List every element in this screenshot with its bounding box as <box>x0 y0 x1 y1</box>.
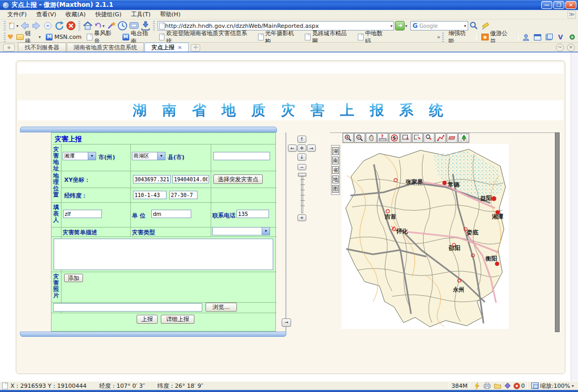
unit-input[interactable] <box>151 210 191 218</box>
map-zoom-in-button[interactable] <box>343 133 354 143</box>
pick-disaster-point-button[interactable]: 选择突发灾害点 <box>213 174 263 184</box>
zoom-slider-handle[interactable] <box>298 173 306 177</box>
page-title: 湖 南 省 地 质 灾 害 上 报 系 统 <box>133 101 449 120</box>
strip-char: 地 <box>332 176 339 183</box>
map-right-scroll-strip[interactable] <box>555 132 560 332</box>
browse-button[interactable]: 浏览... <box>205 303 237 312</box>
menu-groups[interactable]: 快捷组(G) <box>91 10 126 19</box>
tab-list-star-icon[interactable]: ★ <box>3 44 15 51</box>
printer-icon[interactable] <box>483 383 491 389</box>
map-eraser-button[interactable] <box>447 133 458 143</box>
search-input[interactable]: Google <box>419 23 463 29</box>
proxy-button[interactable] <box>521 32 532 43</box>
address-detail-input[interactable] <box>213 152 270 160</box>
new-tab-plus-button[interactable]: ✛ <box>191 44 200 51</box>
y-coordinate-input[interactable] <box>172 175 209 183</box>
close-tabs-button[interactable]: ✕ <box>567 44 575 51</box>
maximize-button[interactable]: ❐ <box>553 1 564 9</box>
county-select[interactable]: 雨湖区 ▾ <box>132 152 166 160</box>
map-pan-hand-button[interactable] <box>366 133 377 143</box>
city-select[interactable]: 湘潭 ▾ <box>63 152 96 160</box>
map-select-rectangle-button[interactable] <box>400 133 411 143</box>
map-layer-strip[interactable]: 湖 南 省 地 图 <box>331 145 340 195</box>
folder-icon[interactable] <box>494 383 501 389</box>
ad-filter-icon[interactable] <box>513 383 520 389</box>
longitude-input[interactable] <box>133 191 167 199</box>
map-draw-polyline-button[interactable] <box>435 133 446 143</box>
tab-close-icon[interactable]: ✕ <box>178 45 182 50</box>
city-label: 永州 <box>452 286 465 293</box>
refresh-icon <box>54 20 65 31</box>
description-textarea[interactable] <box>54 239 273 270</box>
minimize-button[interactable]: — <box>541 1 552 9</box>
bookmarks-overflow-chevron[interactable]: » <box>437 34 440 40</box>
boost-lightning-icon[interactable] <box>474 383 480 389</box>
address-dropdown-icon[interactable]: ▾ <box>390 24 393 28</box>
pan-right-button[interactable]: → <box>307 145 316 152</box>
collapse-panel-arrow-button[interactable]: → <box>282 318 291 327</box>
detail-submit-button[interactable]: 详细上报 <box>161 315 194 324</box>
strip-char: 南 <box>332 157 339 164</box>
favorites-heart-icon[interactable]: ♥ <box>7 33 14 41</box>
window-list-button[interactable] <box>532 32 543 43</box>
map-deselect-rectangle-button[interactable] <box>412 133 423 143</box>
go-button[interactable]: ➜ <box>395 21 405 30</box>
city-select-value: 湘潭 <box>63 152 88 160</box>
reporter-input[interactable] <box>63 210 102 218</box>
menu-favorites[interactable]: 收藏(A) <box>61 10 90 19</box>
page-scrollbar[interactable]: ▲ ▼ <box>571 53 578 381</box>
zoom-slider-track[interactable] <box>301 173 303 213</box>
menu-tools[interactable]: 工具(T) <box>127 10 154 19</box>
map-scale-button[interactable]: S <box>389 133 400 143</box>
history-drop-button[interactable] <box>42 20 54 31</box>
notes-button[interactable] <box>543 32 555 43</box>
toolbar-grip <box>78 21 80 30</box>
zoom-out-step-button[interactable]: − <box>297 164 306 170</box>
zoom-window-icon[interactable] <box>531 383 539 389</box>
submit-button[interactable]: 上报 <box>137 315 158 324</box>
pan-down-button[interactable]: ↓ <box>297 153 306 161</box>
zoom-dropdown-icon[interactable]: ▾ <box>572 384 574 388</box>
add-photo-button[interactable]: 添加 <box>64 274 83 282</box>
go-dropdown-icon[interactable]: ▾ <box>405 24 407 28</box>
photo-file-input[interactable] <box>53 303 202 312</box>
plugin-button[interactable] <box>566 32 578 43</box>
msn-icon: M <box>46 34 53 40</box>
menu-overflow-chevron-icon[interactable]: ≫ <box>567 11 576 18</box>
description-label: 灾害简单描述 <box>63 229 97 236</box>
zoom-level-label[interactable]: 缩放:100% <box>540 382 570 390</box>
disaster-type-select[interactable]: ▾ <box>212 227 270 235</box>
rss-button[interactable]: V <box>555 32 566 43</box>
x-coordinate-input[interactable] <box>133 175 171 183</box>
stop-button[interactable] <box>65 20 77 31</box>
hunan-map[interactable]: 张家界 常德 益阳 吉首 湘潭 怀化 娄底 邵阳 衡阳 永州 <box>342 144 509 329</box>
phone-input[interactable] <box>236 210 269 218</box>
tab-server-not-found[interactable]: 找不到服务器 <box>18 43 66 51</box>
pan-left-button[interactable]: ← <box>288 145 297 152</box>
tab-disaster-report[interactable]: 灾点上报 ✕ <box>145 43 189 51</box>
map-zoom-out-button[interactable] <box>354 133 365 143</box>
close-button[interactable]: ✕ <box>565 1 576 9</box>
latitude-input[interactable] <box>169 191 198 199</box>
quick-tools-wrench-button[interactable]: ✑ <box>556 44 564 51</box>
menu-file[interactable]: 文件(F) <box>3 10 31 19</box>
refresh-button[interactable] <box>54 20 65 31</box>
bookmark-msn[interactable]: M MSN.com <box>43 33 84 41</box>
tab-hunan-geo-info[interactable]: 湖南省地质灾害信息系统 <box>67 43 144 51</box>
photo-row-label: 灾害照片 <box>52 274 60 299</box>
plugin-diamond-icon[interactable] <box>504 383 511 389</box>
search-engine-dropdown-icon[interactable]: ▾ <box>464 24 466 28</box>
user-icon <box>522 34 530 41</box>
splitter[interactable] <box>285 132 287 332</box>
map-legend-tree-button[interactable] <box>458 133 469 143</box>
map-identify-button[interactable] <box>424 133 435 143</box>
pan-center-button[interactable]: ✛ <box>297 145 306 152</box>
city-label: 怀化 <box>396 228 408 235</box>
gear-icon <box>569 34 576 40</box>
form-panel-top-bar <box>20 127 277 132</box>
zoom-in-step-button[interactable]: + <box>297 214 306 221</box>
menu-help[interactable]: 帮助(H) <box>156 10 185 19</box>
map-measure-button[interactable]: ? <box>377 133 388 143</box>
pan-up-button[interactable]: ↑ <box>297 136 306 143</box>
menu-view[interactable]: 查看(V) <box>32 10 60 19</box>
